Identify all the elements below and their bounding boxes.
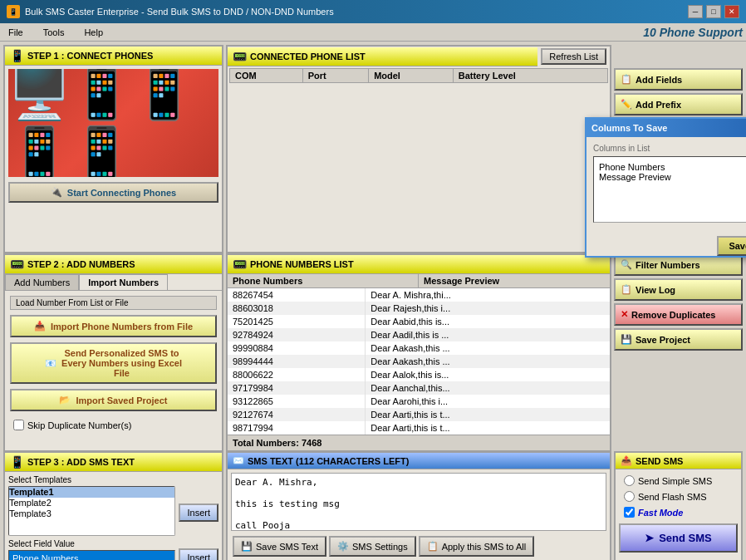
table-row[interactable]: 88267454 Dear A. Mishra,thi... <box>228 288 610 302</box>
filter-icon: 🔍 <box>621 259 632 270</box>
add-fields-button[interactable]: 📋 Add Fields <box>614 68 743 91</box>
tab-add-numbers[interactable]: Add Numbers <box>5 274 79 290</box>
step2-panel: 📟 STEP 2 : ADD NUMBERS Add Numbers Impor… <box>3 253 223 452</box>
table-row[interactable]: 93122865 Dear Aarohi,this i... <box>228 395 610 408</box>
load-section-label: Load Number From List or File <box>10 296 217 310</box>
table-row[interactable]: 92127674 Dear Aarti,this is t... <box>228 408 610 421</box>
table-row[interactable]: 88603018 Dear Rajesh,this i... <box>228 302 610 315</box>
phone-cell: 75201425 <box>228 315 366 328</box>
add-prefix-icon: ✏️ <box>621 99 632 110</box>
popup-header: Columns To Save ✕ <box>586 119 746 137</box>
remove-duplicates-icon: ✕ <box>621 309 628 320</box>
step2-title: STEP 2 : ADD NUMBERS <box>27 259 135 269</box>
templates-select[interactable]: Template1 Template2 Template3 <box>8 486 175 536</box>
skip-duplicate-checkbox[interactable] <box>13 420 24 430</box>
phone-cell: 92784924 <box>228 328 366 341</box>
table-row[interactable]: 97179984 Dear Aanchal,this... <box>228 381 610 395</box>
table-row[interactable]: 75201425 Dear Aabid,this is... <box>228 315 610 328</box>
send-personalized-icon: 📧 <box>45 358 56 369</box>
field-value-select[interactable]: Phone Numbers <box>8 550 175 560</box>
refresh-button[interactable]: Refresh List <box>541 48 606 65</box>
table-row[interactable]: 98994444 Dear Aakash,this ... <box>228 355 610 368</box>
column-item-preview: Message Preview <box>599 172 746 182</box>
sms-text-panel: ✉️ SMS TEXT (112 CHARACTERS LEFT) 💾 Save… <box>226 451 611 560</box>
title-bar: 📱 Bulk SMS Caster Enterprise - Send Bulk… <box>0 0 746 23</box>
fast-mode-label: Fast Mode <box>638 508 683 518</box>
minimize-button[interactable]: ─ <box>688 5 703 18</box>
select-templates-label: Select Templates <box>8 475 175 484</box>
send-icon: 📤 <box>621 455 632 466</box>
preview-cell: Dear Aanchal,this... <box>366 381 610 395</box>
simple-sms-option[interactable]: Send Simple SMS <box>619 473 738 489</box>
save-icon: 💾 <box>241 541 253 552</box>
table-row[interactable]: 92784924 Dear Aadil,this is ... <box>228 328 610 341</box>
table-row[interactable]: 88006622 Dear Aalok,this is... <box>228 368 610 381</box>
close-button[interactable]: ✕ <box>724 5 739 18</box>
flash-sms-radio[interactable] <box>624 491 635 502</box>
col-model: Model <box>369 69 454 83</box>
phone-cell: 98994444 <box>228 355 366 368</box>
send-sms-button[interactable]: ➤ Send SMS <box>619 523 738 553</box>
menu-help[interactable]: Help <box>79 26 108 39</box>
connected-phones-panel: 📟 CONNECTED PHONE LIST Refresh List COM … <box>226 45 611 253</box>
phone-numbers-scroll[interactable]: 88267454 Dear A. Mishra,thi... 88603018 … <box>228 288 610 435</box>
col-phone-numbers: Phone Numbers <box>228 274 419 287</box>
import-phone-icon: 📥 <box>34 321 46 332</box>
maximize-button[interactable]: □ <box>706 5 721 18</box>
window-title: Bulk SMS Caster Enterprise - Send Bulk S… <box>25 7 334 17</box>
phone-cell: 93122865 <box>228 395 366 408</box>
step1-title: STEP 1 : CONNECT PHONES <box>27 51 153 61</box>
step2-header: 📟 STEP 2 : ADD NUMBERS <box>5 255 222 274</box>
popup-title: Columns To Save <box>591 123 667 133</box>
step3-panel: 📱 STEP 3 : ADD SMS TEXT Select Templates… <box>3 451 223 560</box>
preview-cell: Dear Aakash,this ... <box>366 341 610 355</box>
connected-header: 📟 CONNECTED PHONE LIST <box>228 47 537 66</box>
right-panel-bottom: 🔍 Filter Numbers 📋 View Log ✕ Remove Dup… <box>614 253 743 452</box>
save-sms-text-button[interactable]: 💾 Save SMS Text <box>233 536 326 557</box>
sms-settings-button[interactable]: ⚙️ SMS Settings <box>329 536 416 557</box>
step3-header: 📱 STEP 3 : ADD SMS TEXT <box>5 453 222 472</box>
apply-sms-all-button[interactable]: 📋 Apply this SMS to All <box>419 536 535 557</box>
apply-icon: 📋 <box>427 541 439 552</box>
import-saved-project-button[interactable]: 📂 Import Saved Project <box>10 389 217 411</box>
insert-template-button[interactable]: Insert <box>179 504 218 522</box>
connect-phones-button[interactable]: 🔌 Start Connecting Phones <box>8 182 218 203</box>
skip-duplicate-row: Skip Duplicate Number(s) <box>10 416 217 434</box>
step1-header: 📱 STEP 1 : CONNECT PHONES <box>5 47 222 66</box>
select-field-label: Select Field Value <box>8 539 175 548</box>
menu-tools[interactable]: Tools <box>38 26 70 39</box>
col-message-preview: Message Preview <box>419 274 610 287</box>
import-project-icon: 📂 <box>59 395 71 405</box>
import-phone-numbers-button[interactable]: 📥 Import Phone Numbers from File <box>10 315 217 337</box>
flash-sms-option[interactable]: Send Flash SMS <box>619 489 738 504</box>
columns-list: Phone Numbers Message Preview <box>593 156 746 223</box>
app-icon: 📱 <box>7 5 20 18</box>
menu-bar: File Tools Help 10 Phone Support <box>0 23 746 42</box>
save-project-button[interactable]: 💾 Save Project <box>614 328 743 351</box>
preview-cell: Dear Aakash,this ... <box>366 355 610 368</box>
preview-cell: Dear Rajesh,this i... <box>366 302 610 315</box>
table-row[interactable]: 98717994 Dear Aarti,this is t... <box>228 421 610 435</box>
tab-import-numbers[interactable]: Import Numbers <box>79 274 168 290</box>
simple-sms-radio[interactable] <box>624 475 635 486</box>
table-row[interactable]: 99990884 Dear Aakash,this ... <box>228 341 610 355</box>
fast-mode-checkbox[interactable] <box>624 507 635 518</box>
skip-duplicate-label: Skip Duplicate Number(s) <box>27 420 131 430</box>
phone-cell: 92127674 <box>228 408 366 421</box>
preview-cell: Dear Aalok,this is... <box>366 368 610 381</box>
preview-cell: Dear Aarti,this is t... <box>366 408 610 421</box>
menu-file[interactable]: File <box>3 26 28 39</box>
fast-mode-option[interactable]: Fast Mode <box>619 504 738 520</box>
save-data-button[interactable]: Save Data <box>717 236 746 256</box>
preview-cell: Dear Aarohi,this i... <box>366 395 610 408</box>
phone-numbers-title: PHONE NUMBERS LIST <box>250 259 354 269</box>
view-log-button[interactable]: 📋 View Log <box>614 278 743 301</box>
remove-duplicates-button[interactable]: ✕ Remove Duplicates <box>614 303 743 326</box>
insert-field-button[interactable]: Insert <box>179 548 218 560</box>
send-sms-title: SEND SMS <box>636 456 683 466</box>
sms-textarea[interactable] <box>231 473 606 531</box>
preview-cell: Dear Aarti,this is t... <box>366 421 610 435</box>
add-prefix-button[interactable]: ✏️ Add Prefix <box>614 93 743 115</box>
columns-to-save-popup: Columns To Save ✕ Columns in List Phone … <box>585 117 746 258</box>
send-personalized-button[interactable]: 📧 Send Personalized SMS toEvery Numbers … <box>10 342 217 384</box>
